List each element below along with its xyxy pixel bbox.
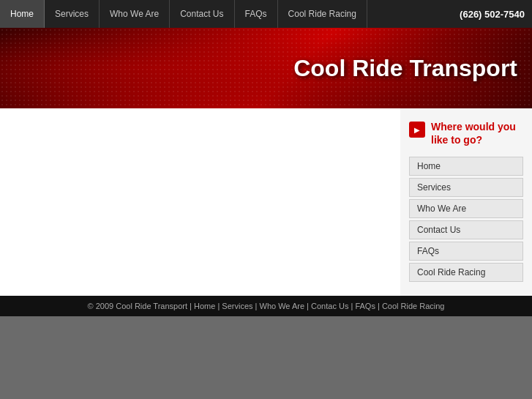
nav-item-services[interactable]: Services [45, 0, 100, 28]
hero-title: Cool Ride Transport [293, 55, 532, 82]
sidebar-menu-item-who-we-are[interactable]: Who We Are [409, 199, 523, 218]
footer-link-faqs[interactable]: FAQs [355, 302, 375, 310]
widget-header: Where would you like to go? [409, 120, 523, 146]
nav-bar: Home Services Who We Are Contact Us FAQs… [0, 0, 532, 28]
phone-number: (626) 502-7540 [460, 9, 525, 20]
sidebar-menu-item-services[interactable]: Services [409, 178, 523, 197]
footer-link-cool-ride-racing[interactable]: Cool Ride Racing [382, 302, 445, 310]
nav-item-cool-ride-racing[interactable]: Cool Ride Racing [278, 0, 367, 28]
sidebar-menu-item-contact-us[interactable]: Contact Us [409, 220, 523, 239]
content-left [0, 108, 400, 296]
play-icon [409, 122, 425, 138]
nav-item-home[interactable]: Home [0, 0, 45, 28]
nav-item-faqs[interactable]: FAQs [235, 0, 278, 28]
footer-link-services[interactable]: Services [222, 302, 252, 310]
footer-link-contac-us[interactable]: Contac Us [311, 302, 348, 310]
sidebar-menu-item-home[interactable]: Home [409, 157, 523, 176]
footer: © 2009 Cool Ride Transport | Home | Serv… [0, 296, 532, 316]
nav-links: Home Services Who We Are Contact Us FAQs… [0, 0, 367, 28]
footer-link-home[interactable]: Home [194, 302, 215, 310]
sidebar-menu-item-faqs[interactable]: FAQs [409, 242, 523, 261]
page-wrapper: Home Services Who We Are Contact Us FAQs… [0, 0, 532, 316]
widget-title: Where would you like to go? [431, 120, 523, 146]
nav-item-who-we-are[interactable]: Who We Are [100, 0, 170, 28]
footer-link-who-we-are[interactable]: Who We Are [260, 302, 305, 310]
footer-copyright: © 2009 Cool Ride Transport | [88, 302, 194, 310]
main-content: Where would you like to go? Home Service… [0, 108, 532, 296]
nav-item-contact-us[interactable]: Contact Us [170, 0, 234, 28]
hero-banner: Cool Ride Transport [0, 28, 532, 108]
content-right: Where would you like to go? Home Service… [400, 108, 532, 296]
sidebar-menu: Home Services Who We Are Contact Us FAQs… [409, 157, 523, 282]
sidebar-menu-item-cool-ride-racing[interactable]: Cool Ride Racing [409, 263, 523, 282]
